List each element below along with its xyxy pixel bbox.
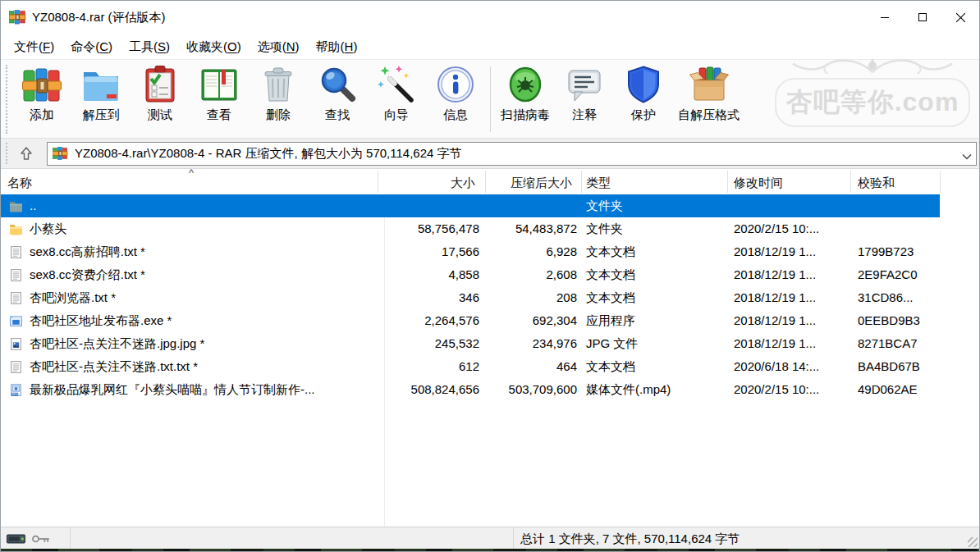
column-separator[interactable]	[940, 171, 941, 193]
toolbar-button-6[interactable]: 查找	[308, 63, 367, 135]
wizard-wand-icon	[377, 65, 416, 104]
archive-path-text: YZ0808-4.rar\YZ0808-4 - RAR 压缩文件, 解包大小为 …	[75, 146, 958, 162]
table-row-6[interactable]: 杏吧社区地址发布器.exe *2,264,576692,304应用程序2018/…	[1, 309, 979, 332]
sfx-box-icon	[689, 65, 729, 104]
column-separator[interactable]	[378, 171, 378, 193]
toolbar-button-10[interactable]: 扫描病毒	[496, 63, 555, 135]
table-row-2[interactable]: 小蔡头58,756,47854,483,872文件夹2020/2/15 10:.…	[1, 217, 979, 240]
text-icon	[9, 291, 23, 305]
folder-icon	[9, 222, 23, 236]
checksum-cell: 2E9FA2C0	[858, 263, 938, 286]
up-directory-button[interactable]	[11, 141, 42, 166]
toolbar-button-4[interactable]: 查看	[190, 63, 249, 135]
toolbar-grip[interactable]	[6, 65, 9, 134]
menu-item-6[interactable]: 帮助(H)	[308, 34, 366, 59]
comment-bubble-icon	[565, 65, 604, 104]
file-type-cell: 文件夹	[586, 217, 724, 240]
packed-size-cell: 6,928	[485, 240, 577, 263]
toolbar-button-label: 保护	[631, 107, 656, 123]
close-button[interactable]	[941, 1, 979, 34]
resize-grip[interactable]	[968, 537, 978, 547]
menu-item-2[interactable]: 命令(C)	[62, 34, 121, 59]
combobox-dropdown-icon[interactable]	[961, 149, 973, 157]
checksum-cell	[858, 194, 938, 217]
toolbar-button-label: 向导	[384, 107, 409, 123]
packed-size-cell: 692,304	[485, 309, 577, 332]
mp4-icon: MP4	[9, 383, 23, 397]
desktop-edge-strip	[1, 549, 979, 552]
file-type-cell: 文件夹	[586, 194, 724, 217]
toolbar-button-12[interactable]: 保护	[614, 63, 673, 135]
checksum-cell	[858, 217, 938, 240]
menu-item-5[interactable]: 选项(N)	[250, 34, 308, 59]
table-row-3[interactable]: sex8.cc高薪招聘.txt *17,5666,928文本文档2018/12/…	[1, 240, 979, 263]
key-icon[interactable]	[31, 532, 51, 545]
toolbar-button-1[interactable]: 添加	[12, 63, 71, 135]
checksum-cell: 8271BCA7	[858, 332, 938, 355]
file-type-cell: 文本文档	[586, 240, 724, 263]
titlebar: YZ0808-4.rar (评估版本)	[1, 1, 979, 34]
modified-time-cell: 2018/12/19 1...	[734, 309, 850, 332]
menu-item-4[interactable]: 收藏夹(O)	[178, 34, 250, 59]
file-name-cell: sex8.cc高薪招聘.txt *	[9, 240, 374, 263]
column-separator[interactable]	[850, 171, 851, 193]
file-type-cell: 文本文档	[586, 355, 724, 378]
table-row-1[interactable]: ..文件夹	[1, 194, 940, 217]
file-name-text: 杏吧社区-点关注不迷路.txt.txt *	[30, 355, 198, 378]
table-row-5[interactable]: 杏吧浏览器.txt *346208文本文档2018/12/19 1...31CD…	[1, 286, 979, 309]
column-separator[interactable]	[581, 171, 582, 193]
toolbar-button-label: 添加	[30, 107, 54, 123]
modified-time-cell: 2018/12/19 1...	[734, 263, 850, 286]
test-clipboard-icon	[140, 65, 180, 104]
column-header-3[interactable]: 压缩后大小	[485, 169, 572, 194]
file-name-text: 最新极品爆乳网红『小蔡头喵喵』情人节订制新作-...	[30, 378, 315, 401]
table-row-8[interactable]: 杏吧社区-点关注不迷路.txt.txt *612464文本文档2020/6/18…	[1, 355, 979, 378]
column-header-5[interactable]: 修改时间	[734, 169, 849, 194]
statusbar-total: 总计 1 文件夹, 7 文件, 570,114,624 字节	[513, 527, 968, 550]
checksum-cell: 1799B723	[858, 240, 938, 263]
column-header-1[interactable]: 名称	[7, 169, 369, 194]
file-size-cell: 17,566	[378, 240, 479, 263]
column-header-6[interactable]: 校验和	[858, 169, 936, 194]
toolbar-button-8[interactable]: 信息	[426, 63, 485, 135]
toolbar-button-13[interactable]: 自解压格式	[673, 63, 744, 135]
table-row-7[interactable]: 杏吧社区-点关注不迷路.jpg.jpg *245,532234,976JPG 文…	[1, 332, 979, 355]
winrar-app-icon	[9, 10, 27, 24]
toolbar-button-2[interactable]: 解压到	[71, 63, 131, 135]
drive-icon[interactable]	[7, 532, 26, 545]
menu-item-3[interactable]: 工具(S)	[121, 34, 178, 59]
statusbar-icons	[1, 527, 71, 550]
file-name-cell: sex8.cc资费介绍.txt *	[9, 263, 374, 286]
modified-time-cell: 2018/12/19 1...	[734, 240, 850, 263]
toolbar-button-3[interactable]: 测试	[131, 63, 190, 135]
packed-size-cell	[485, 194, 577, 217]
toolbar-button-5[interactable]: 删除	[249, 63, 308, 135]
file-name-text: 杏吧社区-点关注不迷路.jpg.jpg *	[30, 332, 204, 355]
archive-path-combobox[interactable]: YZ0808-4.rar\YZ0808-4 - RAR 压缩文件, 解包大小为 …	[47, 142, 977, 166]
column-header-2[interactable]: 大小	[378, 169, 475, 194]
menu-item-1[interactable]: 文件(F)	[6, 34, 62, 59]
toolbar-button-label: 信息	[443, 107, 468, 123]
column-separator[interactable]	[485, 171, 486, 193]
toolbar: 添加解压到测试查看删除查找向导信息扫描病毒注释保护自解压格式 杏吧等你.com	[1, 60, 979, 139]
file-name-text: 杏吧社区地址发布器.exe *	[30, 309, 172, 332]
toolbar-button-label: 删除	[266, 107, 291, 123]
toolbar-button-label: 注释	[572, 107, 597, 123]
toolbar-button-7[interactable]: 向导	[367, 63, 426, 135]
toolbar-button-11[interactable]: 注释	[555, 63, 614, 135]
file-size-cell: 508,824,656	[378, 378, 479, 401]
view-book-icon	[199, 65, 239, 104]
minimize-button[interactable]	[866, 1, 904, 34]
column-header-4[interactable]: 类型	[586, 169, 724, 194]
file-name-cell: 杏吧浏览器.txt *	[9, 286, 374, 309]
file-name-cell: 杏吧社区-点关注不迷路.jpg.jpg *	[9, 332, 374, 355]
table-row-4[interactable]: sex8.cc资费介绍.txt *4,8582,608文本文档2018/12/1…	[1, 263, 979, 286]
modified-time-cell	[734, 194, 850, 217]
column-separator[interactable]	[727, 171, 728, 193]
addressbar-grip[interactable]	[6, 143, 9, 164]
jpg-icon	[9, 337, 23, 351]
maximize-button[interactable]	[904, 1, 941, 34]
table-row-9[interactable]: MP4最新极品爆乳网红『小蔡头喵喵』情人节订制新作-...508,824,656…	[1, 378, 979, 401]
extract-folder-icon	[81, 65, 121, 104]
file-type-cell: 媒体文件(.mp4)	[586, 378, 724, 401]
